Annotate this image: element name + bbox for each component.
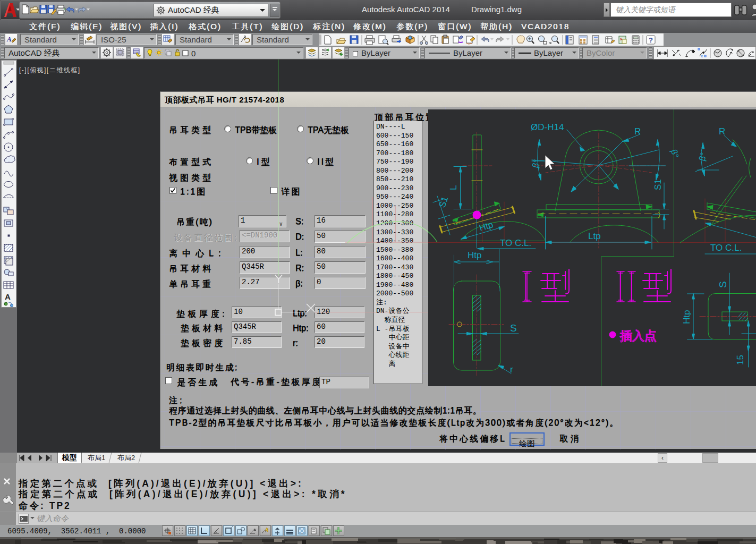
- svg-text:x: x: [701, 54, 703, 58]
- svg-text:R: R: [719, 126, 725, 137]
- svg-text:插入点: 插入点: [620, 329, 657, 343]
- svg-text:ØD-H14: ØD-H14: [531, 122, 564, 132]
- svg-text:TO C.L.: TO C.L.: [500, 238, 531, 248]
- svg-text:S: S: [717, 281, 728, 288]
- svg-text:S1: S1: [437, 196, 450, 209]
- svg-text:β°: β°: [669, 148, 680, 158]
- svg-text:Htp: Htp: [682, 310, 692, 324]
- svg-text:Ltp: Ltp: [588, 231, 601, 241]
- svg-text:TO C.L.: TO C.L.: [710, 243, 742, 253]
- svg-text:15: 15: [735, 355, 745, 365]
- svg-text:S: S: [510, 322, 517, 334]
- svg-text:L: L: [448, 185, 458, 190]
- svg-text:?: ?: [649, 36, 653, 44]
- svg-text:β°: β°: [530, 158, 541, 168]
- svg-text:R: R: [634, 126, 641, 137]
- svg-text:A: A: [6, 35, 12, 43]
- svg-text:S1: S1: [653, 179, 663, 190]
- svg-text:A: A: [5, 292, 11, 301]
- svg-text:β°: β°: [697, 151, 708, 162]
- svg-text:Htp: Htp: [468, 250, 481, 260]
- svg-text:r: r: [510, 364, 513, 375]
